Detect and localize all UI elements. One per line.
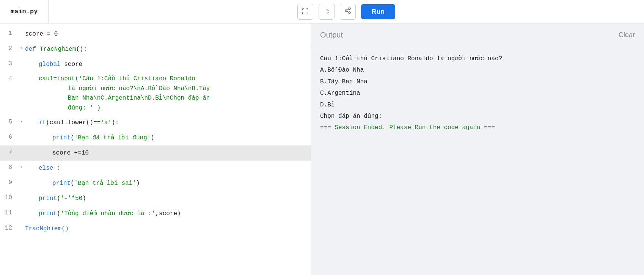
line-number-1: 1 [0,27,17,40]
code-line-1: 1 score = 0 [0,27,311,42]
code-line-3: 3 global score [0,57,311,72]
code-text-5: if(cau1.lower()=='a'): [39,115,311,130]
fullscreen-button[interactable]: ⛶ [297,4,313,20]
line-number-11: 11 [0,206,17,220]
svg-line-3 [347,11,349,12]
file-tab[interactable]: main.py [0,0,49,23]
svg-line-4 [347,9,349,10]
output-header: Output Clear [311,23,644,47]
code-text-6: print('Bạn đã trả lời đúng') [52,130,311,145]
run-button[interactable]: Run [361,4,396,19]
output-session-ended: === Session Ended. Please Run the code a… [320,122,635,133]
code-text-2: def TracNghiem(): [25,42,311,57]
output-line-2: A.Bồ Đào Nha [320,64,635,76]
output-line-5: D.Bỉ [320,99,635,111]
line-number-9: 9 [0,176,17,189]
code-text-11: print('Tổng điểm nhận được là :',score) [39,206,311,221]
code-editor[interactable]: 1 score = 0 2 ▾ def TracNghiem(): 3 glob… [0,23,311,239]
clear-label: Clear [619,31,635,39]
code-text-1: score = 0 [25,27,311,42]
share-icon [344,7,351,16]
code-line-7: 7 score +=10 [0,145,311,161]
output-line-4: C.Argentina [320,88,635,99]
line-number-3: 3 [0,57,17,70]
line-number-7: 7 [0,145,17,159]
code-panel: 1 score = 0 2 ▾ def TracNghiem(): 3 glob… [0,23,311,275]
line-arrow-8: ▾ [17,161,25,174]
code-line-10: 10 print('-'*50) [0,191,311,206]
code-line-12: 12 TracNghiem() [0,221,311,236]
code-line-11: 11 print('Tổng điểm nhận được là :',scor… [0,206,311,221]
output-title: Output [320,31,343,39]
code-text-4: cau1=input('Câu 1:Cầu thủ Cristiano Rona… [39,72,311,115]
dark-mode-button[interactable]: ☽ [319,4,335,20]
code-line-2: 2 ▾ def TracNghiem(): [0,42,311,57]
code-text-10: print('-'*50) [39,191,311,206]
code-text-12: TracNghiem() [25,221,311,236]
output-line-3: B.Tây Ban Nha [320,76,635,88]
code-line-9: 9 print('Bạn trả lời sai') [0,176,311,191]
code-line-8: 8 ▾ else : [0,161,311,176]
output-panel: Output Clear Câu 1:Cầu thủ Cristiano Ron… [311,23,644,275]
line-number-2: 2 [0,42,17,55]
run-label: Run [372,8,385,15]
code-text-9: print('Bạn trả lời sai') [52,176,311,191]
line-number-4: 4 [0,72,17,84]
code-line-5: 5 ▾ if(cau1.lower()=='a'): [0,115,311,130]
filename-label: main.py [11,8,38,15]
line-arrow-2: ▾ [17,42,25,55]
code-text-3: global score [39,57,311,72]
clear-button[interactable]: Clear [619,31,635,39]
main-content: 1 score = 0 2 ▾ def TracNghiem(): 3 glob… [0,23,644,275]
output-line-6: Chọn đáp án đúng: [320,111,635,122]
line-number-12: 12 [0,221,17,235]
output-line-1: Câu 1:Cầu thủ Cristiano Ronaldo là người… [320,53,635,64]
line-number-6: 6 [0,130,17,144]
code-text-7: score +=10 [52,145,311,161]
output-content: Câu 1:Cầu thủ Cristiano Ronaldo là người… [311,47,644,275]
moon-icon: ☽ [324,8,330,16]
toolbar: main.py ⛶ ☽ Run [0,0,644,23]
line-number-10: 10 [0,191,17,205]
line-number-8: 8 [0,161,17,174]
code-line-6: 6 print('Bạn đã trả lời đúng') [0,130,311,145]
code-text-8: else : [39,161,311,176]
line-arrow-5: ▾ [17,115,25,129]
line-number-5: 5 [0,115,17,129]
code-line-4: 4 cau1=input('Câu 1:Cầu thủ Cristiano Ro… [0,72,311,115]
fullscreen-icon: ⛶ [302,8,309,16]
share-button[interactable] [340,4,356,20]
toolbar-actions: ⛶ ☽ Run [49,4,644,20]
